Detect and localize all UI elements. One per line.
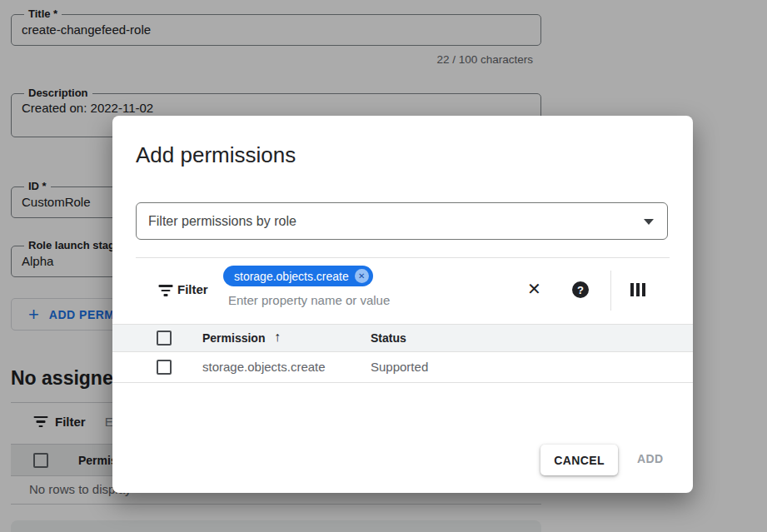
column-display-options-icon[interactable] — [630, 283, 645, 296]
permissions-table-header: Permission ↑ Status — [112, 324, 693, 352]
screen: Title * create-changefeed-role 22 / 100 … — [0, 0, 767, 532]
toolbar-divider — [610, 271, 611, 311]
filter-chip-value: storage.objects.create — [234, 270, 349, 283]
status-column-header[interactable]: Status — [371, 331, 406, 345]
help-icon[interactable]: ? — [572, 281, 589, 298]
filter-input[interactable] — [227, 292, 480, 308]
select-all-checkbox[interactable] — [157, 331, 172, 346]
role-filter-dropdown[interactable]: Filter permissions by role — [136, 202, 668, 240]
clear-filters-icon[interactable]: ✕ — [527, 280, 541, 298]
sort-ascending-icon[interactable]: ↑ — [274, 330, 281, 345]
cancel-button[interactable]: CANCEL — [540, 445, 618, 475]
toolbar-top-divider — [136, 257, 670, 258]
filter-label: Filter — [177, 282, 208, 296]
filter-chip[interactable]: storage.objects.create ✕ — [223, 266, 373, 286]
permission-column-header[interactable]: Permission — [202, 331, 265, 345]
row-checkbox[interactable] — [157, 360, 172, 375]
chip-remove-icon[interactable]: ✕ — [355, 269, 369, 283]
chevron-down-icon — [644, 219, 654, 225]
role-filter-dropdown-placeholder: Filter permissions by role — [137, 214, 296, 229]
dialog-title: Add permissions — [136, 142, 296, 168]
permission-cell: storage.objects.create — [202, 360, 326, 374]
add-permissions-dialog: Add permissions Filter permissions by ro… — [112, 116, 693, 493]
add-button[interactable]: ADD — [637, 452, 664, 465]
status-cell: Supported — [371, 360, 428, 374]
filter-icon — [158, 285, 172, 296]
permission-row[interactable]: storage.objects.create Supported — [112, 352, 693, 383]
